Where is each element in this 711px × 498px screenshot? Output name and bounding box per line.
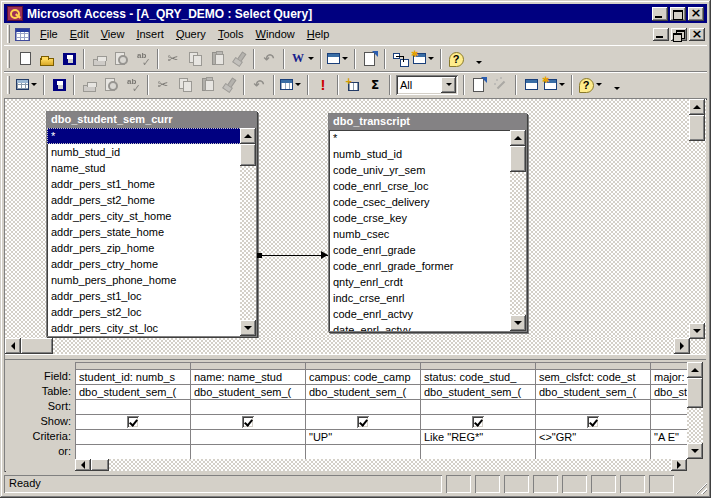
field-list-dbo_student_sem_curr[interactable]: dbo_student_sem_curr *numb_stud_idname_s… xyxy=(46,111,257,337)
field-item[interactable]: code_crse_key xyxy=(329,210,526,226)
sort-cell[interactable] xyxy=(651,400,687,415)
field-item[interactable]: * xyxy=(329,130,526,146)
criteria-cell[interactable] xyxy=(76,430,191,445)
toolbar-grip[interactable] xyxy=(7,50,10,68)
menu-item-insert[interactable]: Insert xyxy=(130,25,170,43)
grid-horizontal-scrollbar[interactable] xyxy=(75,459,687,471)
spelling-button[interactable] xyxy=(122,74,144,96)
scrollbar-thumb[interactable] xyxy=(510,146,526,172)
table-cell[interactable]: dbo_st xyxy=(651,385,687,400)
field-cell[interactable]: sem_clsfct: code_st xyxy=(536,370,651,385)
show-table-button[interactable] xyxy=(342,74,364,96)
field-cell[interactable]: name: name_stud xyxy=(191,370,306,385)
sort-cell[interactable] xyxy=(536,400,651,415)
format-painter-button[interactable] xyxy=(228,48,250,70)
table-cell[interactable]: dbo_student_sem_( xyxy=(306,385,421,400)
grid-vertical-scrollbar[interactable] xyxy=(687,362,703,459)
scroll-up-button[interactable] xyxy=(240,128,256,144)
field-cell[interactable]: major: xyxy=(651,370,687,385)
new-object-button[interactable] xyxy=(411,48,437,70)
cut-button[interactable] xyxy=(152,74,174,96)
or-cell[interactable] xyxy=(306,445,421,459)
query-type-button[interactable] xyxy=(278,74,304,96)
field-item[interactable]: addr_pers_st1_home xyxy=(47,176,256,192)
properties-button[interactable] xyxy=(468,74,490,96)
properties-button[interactable] xyxy=(359,48,381,70)
show-cell[interactable] xyxy=(536,415,651,430)
field-item[interactable]: indc_crse_enrl xyxy=(329,290,526,306)
menu-item-tools[interactable]: Tools xyxy=(212,25,250,43)
menu-item-window[interactable]: Window xyxy=(250,25,301,43)
new-object-button[interactable] xyxy=(542,74,568,96)
field-list-scrollbar[interactable] xyxy=(240,128,256,336)
criteria-cell[interactable]: "UP" xyxy=(306,430,421,445)
or-cell[interactable] xyxy=(651,445,687,459)
table-cell[interactable]: dbo_student_sem_( xyxy=(536,385,651,400)
menu-item-file[interactable]: File xyxy=(34,25,64,43)
database-window-button[interactable] xyxy=(520,74,542,96)
field-item[interactable]: date_enrl_actvy xyxy=(329,322,526,331)
build-button[interactable] xyxy=(490,74,512,96)
field-cell[interactable]: student_id: numb_s xyxy=(76,370,191,385)
open-button[interactable] xyxy=(36,48,58,70)
scrollbar-thumb[interactable] xyxy=(687,378,703,408)
table-cell[interactable]: dbo_student_sem_( xyxy=(191,385,306,400)
table-diagram-pane[interactable]: dbo_student_sem_curr *numb_stud_idname_s… xyxy=(5,99,706,354)
scroll-down-button[interactable] xyxy=(510,315,526,331)
paste-button[interactable] xyxy=(196,74,218,96)
field-item[interactable]: addr_pers_state_home xyxy=(47,224,256,240)
show-cell[interactable] xyxy=(76,415,191,430)
combo-dropdown-button[interactable] xyxy=(441,77,456,93)
save-button[interactable] xyxy=(48,74,70,96)
field-cell[interactable]: campus: code_camp xyxy=(306,370,421,385)
query-window-icon[interactable] xyxy=(15,28,30,41)
criteria-cell[interactable]: <>"GR" xyxy=(536,430,651,445)
resize-grip[interactable] xyxy=(694,481,707,494)
close-button[interactable] xyxy=(688,7,704,21)
or-cell[interactable] xyxy=(536,445,651,459)
criteria-cell[interactable]: Like "REG*" xyxy=(421,430,536,445)
format-painter-button[interactable] xyxy=(218,74,240,96)
toolbar-options-button[interactable] xyxy=(467,48,489,70)
scroll-down-button[interactable] xyxy=(689,323,705,339)
scroll-left-button[interactable] xyxy=(5,338,21,354)
field-item[interactable]: addr_pers_st1_loc xyxy=(47,288,256,304)
scroll-up-button[interactable] xyxy=(687,362,703,378)
column-selector[interactable] xyxy=(651,363,687,370)
field-item[interactable]: addr_pers_city_st_loc xyxy=(47,320,256,336)
run-button[interactable] xyxy=(312,74,334,96)
menu-item-help[interactable]: Help xyxy=(301,25,336,43)
scroll-up-button[interactable] xyxy=(510,130,526,146)
mdi-minimize-button[interactable] xyxy=(653,28,669,41)
field-item[interactable]: addr_pers_st2_loc xyxy=(47,304,256,320)
scrollbar-thumb[interactable] xyxy=(240,144,256,166)
maximize-button[interactable] xyxy=(670,7,686,21)
copy-button[interactable] xyxy=(174,74,196,96)
show-checkbox[interactable] xyxy=(472,416,484,428)
spelling-button[interactable] xyxy=(132,48,154,70)
print-preview-button[interactable] xyxy=(110,48,132,70)
print-button[interactable] xyxy=(88,48,110,70)
print-preview-button[interactable] xyxy=(100,74,122,96)
toolbar-grip[interactable] xyxy=(7,76,10,94)
paste-button[interactable] xyxy=(206,48,228,70)
diagram-vertical-scrollbar[interactable] xyxy=(689,99,705,339)
column-selector[interactable] xyxy=(421,363,536,370)
field-item[interactable]: numb_stud_id xyxy=(329,146,526,162)
sort-cell[interactable] xyxy=(76,400,191,415)
show-checkbox[interactable] xyxy=(357,416,369,428)
relationships-button[interactable] xyxy=(389,48,411,70)
column-selector[interactable] xyxy=(76,363,191,370)
field-item[interactable]: name_stud xyxy=(47,160,256,176)
scrollbar-thumb[interactable] xyxy=(21,338,53,354)
menu-item-view[interactable]: View xyxy=(95,25,131,43)
table-title[interactable]: dbo_transcript xyxy=(329,114,526,130)
table-cell[interactable]: dbo_student_sem_( xyxy=(76,385,191,400)
menubar-grip[interactable] xyxy=(7,25,10,43)
print-button[interactable] xyxy=(78,74,100,96)
top-values-combo[interactable]: All xyxy=(396,75,458,95)
show-checkbox[interactable] xyxy=(587,416,599,428)
officelinks-button[interactable] xyxy=(288,48,317,70)
table-title[interactable]: dbo_student_sem_curr xyxy=(47,112,256,128)
field-item[interactable]: code_enrl_actvy xyxy=(329,306,526,322)
